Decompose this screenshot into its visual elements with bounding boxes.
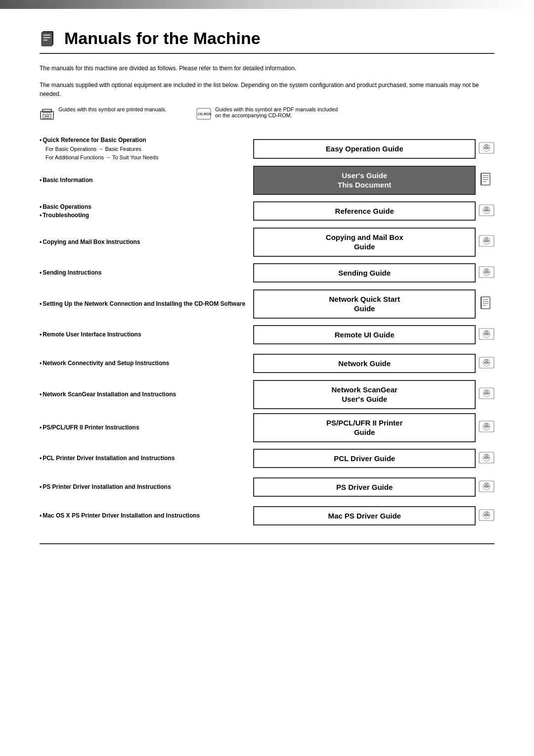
guide-rows-container: • Quick Reference for Basic OperationFor… — [40, 136, 494, 528]
bullet-users-guide-0: • — [40, 176, 42, 185]
print-legend: Guides with this symbol are printed manu… — [40, 106, 167, 121]
page-wrapper: Manuals for the Machine The manuals for … — [0, 0, 534, 756]
desc-sub-easy-operation-1: For Additional Functions → To Suit Your … — [45, 154, 246, 161]
guide-box-remote-ui[interactable]: Remote UI Guide — [253, 325, 476, 345]
desc-reference-guide: • Basic Operations• Troubleshooting — [40, 203, 253, 220]
print-icon — [40, 107, 54, 121]
main-title: Manuals for the Machine — [64, 29, 261, 48]
svg-rect-18 — [481, 173, 490, 185]
desc-text-network-quickstart-0: Setting Up the Network Connection and In… — [43, 300, 245, 308]
guide-wrapper-mac-ps-driver: Mac PS Driver Guide CD ROM — [253, 506, 494, 526]
guide-box-sending-guide[interactable]: Sending Guide — [253, 263, 476, 283]
cdrom-icon: CD ROM — [479, 327, 494, 341]
cdrom-icon: CD ROM — [479, 420, 494, 433]
bullet-network-guide-0: • — [40, 359, 42, 368]
guide-wrapper-remote-ui: Remote UI Guide CD ROM — [253, 325, 494, 345]
desc-text-network-guide-0: Network Connectivity and Setup Instructi… — [43, 359, 169, 368]
intro-line2: The manuals supplied with optional equip… — [40, 81, 494, 98]
guide-row-network-guide: • Network Connectivity and Setup Instruc… — [40, 351, 494, 376]
desc-text-ps-pcl-ufr-0: PS/PCL/UFR II Printer Instructions — [43, 424, 139, 432]
book-icon-network-quickstart — [479, 295, 494, 313]
guide-wrapper-network-scangear: Network ScanGearUser's Guide CD ROM — [253, 380, 494, 409]
desc-network-scangear: • Network ScanGear Installation and Inst… — [40, 390, 253, 399]
bullet-easy-operation-0: • — [40, 136, 42, 144]
bullet-network-scangear-0: • — [40, 390, 42, 399]
desc-text-users-guide-0: Basic Information — [43, 176, 92, 185]
guide-label-copying-mailbox-1: Guide — [261, 242, 468, 252]
book-icon-users-guide — [479, 171, 494, 189]
desc-network-guide: • Network Connectivity and Setup Instruc… — [40, 359, 253, 368]
guide-box-network-quickstart[interactable]: Network Quick StartGuide — [253, 289, 476, 319]
desc-text-network-scangear-0: Network ScanGear Installation and Instru… — [43, 390, 176, 399]
svg-text:ROM: ROM — [484, 392, 490, 395]
cdrom-icon: CD ROM — [479, 265, 494, 279]
desc-copying-mailbox: • Copying and Mail Box Instructions — [40, 238, 253, 246]
cdrom-icon-network-guide: CD ROM — [479, 356, 494, 372]
cdrom-icon: CD ROM — [479, 141, 494, 155]
guide-box-reference-guide[interactable]: Reference Guide — [253, 201, 476, 221]
guide-box-ps-driver[interactable]: PS Driver Guide — [253, 477, 476, 497]
guide-row-sending-guide: • Sending InstructionsSending Guide CD R… — [40, 261, 494, 285]
bottom-separator — [40, 543, 494, 544]
guide-box-ps-pcl-ufr[interactable]: PS/PCL/UFR II PrinterGuide — [253, 413, 476, 442]
desc-text-pcl-driver-0: PCL Printer Driver Installation and Inst… — [43, 454, 175, 463]
guide-box-network-scangear[interactable]: Network ScanGearUser's Guide — [253, 380, 476, 409]
bullet-reference-guide-1: • — [40, 211, 42, 220]
guide-box-mac-ps-driver[interactable]: Mac PS Driver Guide — [253, 506, 476, 526]
svg-text:ROM: ROM — [484, 485, 490, 487]
guide-box-copying-mailbox[interactable]: Copying and Mail BoxGuide — [253, 228, 476, 257]
svg-rect-1 — [42, 32, 52, 46]
cdrom-icon: CD ROM — [479, 479, 494, 493]
desc-text-reference-guide-1: Troubleshooting — [43, 211, 89, 220]
guide-row-network-scangear: • Network ScanGear Installation and Inst… — [40, 380, 494, 409]
svg-rect-39 — [481, 297, 490, 309]
svg-text:ROM: ROM — [484, 425, 490, 428]
cdrom-icon-ps-pcl-ufr: CD ROM — [479, 420, 494, 435]
cdrom-icon-pcl-driver: CD ROM — [479, 451, 494, 467]
cdrom-icon: CD ROM — [479, 508, 494, 522]
guide-label-copying-mailbox-0: Copying and Mail Box — [261, 233, 468, 242]
guide-row-copying-mailbox: • Copying and Mail Box InstructionsCopyi… — [40, 228, 494, 257]
desc-text-reference-guide-0: Basic Operations — [43, 203, 91, 211]
desc-pcl-driver: • PCL Printer Driver Installation and In… — [40, 454, 253, 463]
desc-text-copying-mailbox-0: Copying and Mail Box Instructions — [43, 238, 140, 246]
guide-wrapper-users-guide: User's GuideThis Document — [253, 166, 494, 195]
guide-box-pcl-driver[interactable]: PCL Driver Guide — [253, 449, 476, 469]
guide-row-mac-ps-driver: • Mac OS X PS Printer Driver Installatio… — [40, 504, 494, 528]
bullet-ps-driver-0: • — [40, 483, 42, 491]
cdrom-icon-network-scangear: CD ROM — [479, 386, 494, 402]
guide-wrapper-ps-pcl-ufr: PS/PCL/UFR II PrinterGuide CD ROM — [253, 413, 494, 442]
cdrom-legend-text: Guides with this symbol are PDF manuals … — [215, 106, 345, 118]
desc-mac-ps-driver: • Mac OS X PS Printer Driver Installatio… — [40, 512, 253, 520]
desc-users-guide: • Basic Information — [40, 176, 253, 185]
desc-sending-guide: • Sending Instructions — [40, 269, 253, 277]
bullet-ps-pcl-ufr-0: • — [40, 424, 42, 432]
guide-box-users-guide[interactable]: User's GuideThis Document — [253, 166, 476, 195]
svg-text:ROM: ROM — [484, 209, 490, 211]
guide-box-easy-operation[interactable]: Easy Operation Guide — [253, 139, 476, 159]
guide-wrapper-network-guide: Network Guide CD ROM — [253, 354, 494, 374]
svg-text:CD-ROM: CD-ROM — [198, 112, 211, 116]
guide-label-ps-pcl-ufr-1: Guide — [261, 427, 468, 437]
svg-rect-7 — [43, 109, 51, 112]
guide-wrapper-easy-operation: Easy Operation Guide CD ROM — [253, 139, 494, 159]
cdrom-icon-reference-guide: CD ROM — [479, 203, 494, 219]
svg-text:ROM: ROM — [484, 146, 490, 149]
guide-wrapper-ps-driver: PS Driver Guide CD ROM — [253, 477, 494, 497]
svg-text:ROM: ROM — [484, 240, 490, 242]
guide-wrapper-copying-mailbox: Copying and Mail BoxGuide CD ROM — [253, 228, 494, 257]
guide-wrapper-reference-guide: Reference Guide CD ROM — [253, 201, 494, 221]
content-area: Manuals for the Machine The manuals for … — [0, 9, 534, 574]
intro-line1: The manuals for this machine are divided… — [40, 64, 494, 73]
desc-ps-driver: • PS Printer Driver Installation and Ins… — [40, 483, 253, 491]
guide-label-network-scangear-0: Network ScanGear — [261, 385, 468, 395]
svg-text:ROM: ROM — [484, 332, 490, 335]
svg-rect-8 — [43, 114, 51, 118]
desc-text-ps-driver-0: PS Printer Driver Installation and Instr… — [43, 483, 171, 491]
guide-row-ps-driver: • PS Printer Driver Installation and Ins… — [40, 475, 494, 500]
document-icon — [40, 29, 58, 48]
guide-label-network-quickstart-0: Network Quick Start — [261, 294, 468, 304]
guide-box-network-guide[interactable]: Network Guide — [253, 354, 476, 374]
guide-label-users-guide-1: This Document — [261, 180, 468, 190]
cdrom-icon-easy-operation: CD ROM — [479, 141, 494, 157]
